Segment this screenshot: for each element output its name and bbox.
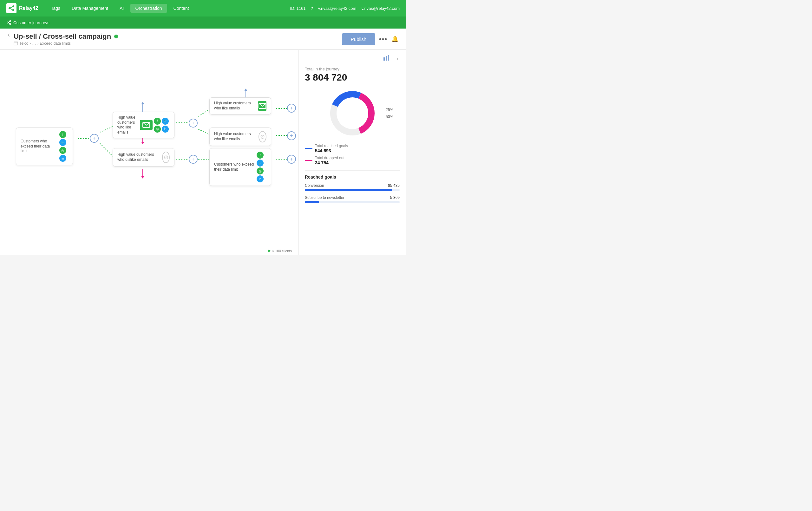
instagram-icon-2: ◎ <box>154 125 161 133</box>
node2-text: High value customers who like emails <box>117 115 137 135</box>
twitter-icon: 🐦 <box>59 139 66 146</box>
node4-text: High value customers who like emails <box>214 101 256 111</box>
node-hv-like-emails-3[interactable]: High value customers who like emails ⊘ <box>209 127 271 146</box>
svg-rect-37 <box>388 55 389 61</box>
nav-right: ID: 1161 ? v.rivas@relay42.com v.rivas@r… <box>290 6 400 11</box>
goal-newsletter-bar-bg <box>305 201 400 203</box>
total-number: 3 804 720 <box>305 72 400 83</box>
goal-newsletter-name: Subscribe to newsletter <box>305 195 345 200</box>
nav-data-management[interactable]: Data Management <box>67 4 113 13</box>
donut-label-25: 25% <box>386 108 393 112</box>
svg-point-6 <box>9 21 11 22</box>
legend-blue: Total reached goals 544 693 <box>305 144 400 153</box>
node-customers-exceed[interactable]: Customers who exceed their data limit f … <box>16 127 73 165</box>
linkedin-icon-2: in <box>162 125 169 133</box>
instagram-icon: ◎ <box>59 147 66 154</box>
bell-button[interactable]: 🔔 <box>392 35 398 42</box>
svg-line-14 <box>100 143 114 158</box>
svg-marker-26 <box>141 102 144 104</box>
donut-labels: 25% 50% <box>386 108 393 119</box>
stats-divider <box>305 170 400 171</box>
goal-newsletter-value: 5 309 <box>390 195 400 200</box>
node-hv-like-emails-1[interactable]: High value customers who like emails f 🐦… <box>113 112 174 138</box>
goal-conversion-header: Conversion 85 435 <box>305 183 400 188</box>
svg-line-4 <box>9 8 13 10</box>
goal-newsletter: Subscribe to newsletter 5 309 <box>305 195 400 203</box>
twitter-icon-2: 🐦 <box>162 118 169 125</box>
add-button-1[interactable]: + <box>90 134 99 143</box>
add-button-5[interactable]: + <box>287 131 296 140</box>
twitter-icon-3: 🐦 <box>257 160 264 167</box>
svg-line-9 <box>8 23 9 24</box>
nav-orchestration[interactable]: Orchestration <box>130 4 167 13</box>
node5-text: High value customers who like emails <box>214 132 256 141</box>
footer-legend: ≈ 100 clients <box>272 249 292 253</box>
legend-pink: Total dropped out 34 754 <box>305 156 400 165</box>
total-label: Total in the journey <box>305 66 400 72</box>
legend-line-blue <box>305 148 313 149</box>
goal-conversion-value: 85 435 <box>388 183 400 188</box>
back-button[interactable]: ‹ <box>8 31 10 39</box>
svg-rect-10 <box>14 42 18 45</box>
linkedin-icon-3: in <box>257 175 264 182</box>
more-button[interactable]: ••• <box>379 35 387 43</box>
facebook-icon: f <box>59 131 66 138</box>
node-hv-like-emails-2[interactable]: High value customers who like emails <box>209 97 271 114</box>
bar-chart-button[interactable] <box>383 55 389 63</box>
svg-line-3 <box>9 6 13 8</box>
null-icon-2: ⊘ <box>259 131 266 142</box>
node6-icons: f 🐦 ◎ in <box>257 152 266 182</box>
svg-marker-28 <box>141 142 144 144</box>
arrow-right-button[interactable]: → <box>393 55 400 63</box>
legend-pink-info: Total dropped out 34 754 <box>315 156 345 165</box>
null-icon-1: ⊘ <box>162 152 170 163</box>
nav-tags[interactable]: Tags <box>46 4 66 13</box>
donut-label-50: 50% <box>386 114 393 119</box>
facebook-icon-3: f <box>257 152 264 159</box>
add-button-2[interactable]: + <box>189 119 198 127</box>
nav-ai[interactable]: AI <box>115 4 129 13</box>
sub-navbar: Customer journreys <box>0 17 406 29</box>
nav-content[interactable]: Content <box>168 4 194 13</box>
stats-top-icons: → <box>305 55 400 63</box>
legend-blue-value: 544 693 <box>315 148 348 153</box>
add-button-3[interactable]: + <box>189 155 198 164</box>
canvas-footer: ▶ ≈ 100 clients <box>268 249 292 253</box>
svg-line-17 <box>198 129 211 136</box>
add-button-4[interactable]: + <box>287 104 296 113</box>
goal-newsletter-bar-fill <box>305 201 319 203</box>
add-button-6[interactable]: + <box>287 155 296 164</box>
facebook-icon-2: f <box>154 118 161 125</box>
donut-chart: 25% 50% <box>305 88 400 139</box>
goal-conversion: Conversion 85 435 <box>305 183 400 191</box>
node-hv-dislike-emails[interactable]: High value customers who dislike emails … <box>113 148 174 167</box>
legend-pink-label: Total dropped out <box>315 156 345 160</box>
publish-button[interactable]: Publish <box>342 33 375 45</box>
svg-rect-35 <box>383 57 385 61</box>
email-icon-1 <box>140 120 152 130</box>
node-customers-exceed-2[interactable]: Customers who exceed their data limit f … <box>209 148 271 186</box>
svg-point-5 <box>7 22 8 23</box>
node1-text: Customers who exceed their data limit <box>21 139 57 154</box>
legend-blue-label: Total reached goals <box>315 144 348 148</box>
user-id: ID: 1161 <box>290 6 306 11</box>
svg-rect-36 <box>386 56 387 61</box>
relay42-logo-icon <box>6 3 17 13</box>
nav-items: Tags Data Management AI Orchestration Co… <box>46 4 283 13</box>
page-title-area: Up-sell / Cross-sell campaign Telco › … … <box>13 32 118 46</box>
node2-icons: f 🐦 ◎ in <box>154 118 170 133</box>
sub-nav-customer-journeys[interactable]: Customer journreys <box>6 20 49 25</box>
main-content: Customers who exceed their data limit f … <box>0 50 406 255</box>
legend-line-pink <box>305 160 313 161</box>
help-icon[interactable]: ? <box>311 6 313 11</box>
stats-panel: → Total in the journey 3 804 720 25% 50% <box>298 50 406 255</box>
logo[interactable]: Relay42 <box>6 3 38 13</box>
journey-canvas: Customers who exceed their data limit f … <box>0 50 298 255</box>
svg-line-13 <box>100 126 114 132</box>
svg-marker-32 <box>244 88 248 91</box>
legend-blue-info: Total reached goals 544 693 <box>315 144 348 153</box>
page-actions: Publish ••• 🔔 <box>342 33 398 45</box>
breadcrumb: Telco › … › Exceed data limits <box>13 41 118 46</box>
goal-newsletter-header: Subscribe to newsletter 5 309 <box>305 195 400 200</box>
goal-conversion-bar-fill <box>305 189 392 191</box>
